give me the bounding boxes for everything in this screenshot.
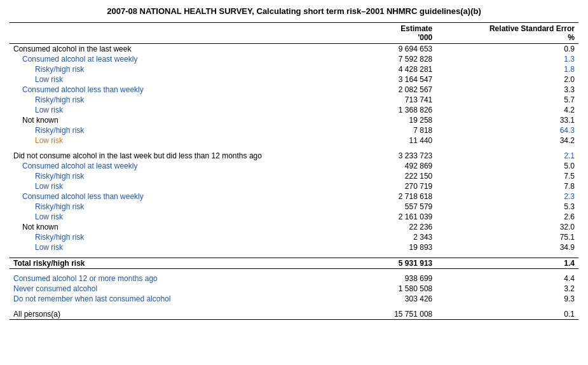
row-label: Low risk [10,242,322,252]
row-rse: 3.3 [436,85,578,95]
row-rse: 3.2 [436,284,578,294]
table-row: Do not remember when last consumed alcoh… [10,294,578,304]
table-row [10,304,578,309]
table-row: Low risk1 368 8264.2 [10,105,578,115]
row-estimate: 9 694 653 [322,44,436,55]
table-row: Consumed alcohol at least weekly7 592 82… [10,54,578,64]
row-rse: 32.0 [436,222,578,232]
row-label: Risky/high risk [10,171,322,181]
page-title: 2007-08 NATIONAL HEALTH SURVEY, Calculat… [10,6,578,16]
row-rse: 4.2 [436,105,578,115]
row-label: Consumed alcohol at least weekly [10,161,322,171]
table-row: Never consumed alcohol1 580 5083.2 [10,284,578,294]
row-estimate: 19 893 [322,242,436,252]
table-row: Risky/high risk2 34375.1 [10,232,578,242]
row-estimate: 22 236 [322,222,436,232]
row-rse: 2.6 [436,212,578,222]
row-rse: 5.0 [436,161,578,171]
row-label: Low risk [10,105,322,115]
row-label: Consumed alcohol 12 or more months ago [10,273,322,284]
row-label: Risky/high risk [10,64,322,74]
row-label: Low risk [10,212,322,222]
row-label: All persons(a) [10,309,322,320]
table-row: Not known22 23632.0 [10,222,578,232]
row-label: Low risk [10,181,322,191]
row-estimate: 713 741 [322,95,436,105]
row-rse: 34.9 [436,242,578,252]
row-estimate: 7 592 828 [322,54,436,64]
row-label: Total risky/high risk [10,258,322,268]
row-label: Risky/high risk [10,232,322,242]
row-rse: 1.8 [436,64,578,74]
row-rse: 0.9 [436,44,578,55]
row-rse: 5.7 [436,95,578,105]
row-rse: 75.1 [436,232,578,242]
row-label: Low risk [10,135,322,146]
table-row [10,146,578,151]
row-label: Consumed alcohol in the last week [10,44,322,55]
row-rse: 7.5 [436,171,578,181]
table-row: All persons(a)15 751 0080.1 [10,309,578,320]
row-rse: 5.3 [436,202,578,212]
row-label: Did not consume alcohol in the last week… [10,151,322,161]
row-rse: 7.8 [436,181,578,191]
row-label: Not known [10,115,322,125]
row-rse: 2.0 [436,74,578,85]
table-row: Risky/high risk4 428 2811.8 [10,64,578,74]
row-rse: 9.3 [436,294,578,304]
row-estimate: 11 440 [322,135,436,146]
row-rse: 1.3 [436,54,578,64]
row-estimate: 3 164 547 [322,74,436,85]
row-estimate: 7 818 [322,125,436,135]
row-estimate: 1 368 826 [322,105,436,115]
table-row: Low risk19 89334.9 [10,242,578,252]
table-row: Risky/high risk557 5795.3 [10,202,578,212]
table-row: Consumed alcohol 12 or more months ago93… [10,273,578,284]
table-row: Low risk2 161 0392.6 [10,212,578,222]
table-row: Low risk270 7197.8 [10,181,578,191]
row-estimate: 492 869 [322,161,436,171]
data-table: Estimate'000 Relative Standard Error% Co… [10,22,578,320]
table-row [10,268,578,273]
table-row: Did not consume alcohol in the last week… [10,151,578,161]
row-label: Do not remember when last consumed alcoh… [10,294,322,304]
row-rse: 64.3 [436,125,578,135]
row-label: Risky/high risk [10,95,322,105]
row-estimate: 2 718 618 [322,191,436,202]
row-estimate: 1 580 508 [322,284,436,294]
row-label: Low risk [10,74,322,85]
table-row: Risky/high risk713 7415.7 [10,95,578,105]
row-rse: 4.4 [436,273,578,284]
table-row: Risky/high risk222 1507.5 [10,171,578,181]
col-header-label [10,23,322,44]
table-row: Consumed alcohol at least weekly492 8695… [10,161,578,171]
row-rse: 2.3 [436,191,578,202]
table-row: Low risk11 44034.2 [10,135,578,146]
row-label: Not known [10,222,322,232]
row-label: Consumed alcohol less than weekly [10,85,322,95]
row-estimate: 15 751 008 [322,309,436,320]
row-label: Consumed alcohol less than weekly [10,191,322,202]
row-estimate: 2 343 [322,232,436,242]
row-estimate: 303 426 [322,294,436,304]
table-row: Total risky/high risk5 931 9131.4 [10,258,578,268]
row-rse: 33.1 [436,115,578,125]
row-rse: 2.1 [436,151,578,161]
table-row: Not known19 25833.1 [10,115,578,125]
row-label: Risky/high risk [10,202,322,212]
row-estimate: 270 719 [322,181,436,191]
col-header-estimate: Estimate'000 [322,23,436,44]
row-estimate: 19 258 [322,115,436,125]
row-estimate: 557 579 [322,202,436,212]
row-estimate: 2 161 039 [322,212,436,222]
row-label: Consumed alcohol at least weekly [10,54,322,64]
table-row: Consumed alcohol in the last week9 694 6… [10,44,578,55]
table-row: Low risk3 164 5472.0 [10,74,578,85]
row-estimate: 3 233 723 [322,151,436,161]
row-estimate: 5 931 913 [322,258,436,268]
table-row: Risky/high risk7 81864.3 [10,125,578,135]
row-rse: 34.2 [436,135,578,146]
table-row [10,252,578,258]
table-row: Consumed alcohol less than weekly2 718 6… [10,191,578,202]
row-label: Risky/high risk [10,125,322,135]
